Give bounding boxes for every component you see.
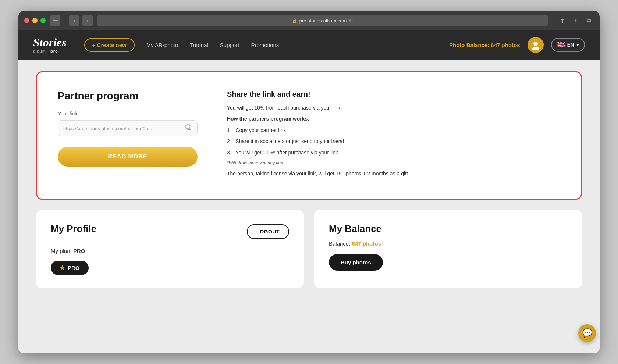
- gift-note: The person, taking license via your link…: [227, 169, 560, 178]
- how-it-works-label: How the partners program works:: [227, 115, 560, 123]
- balance-card-title: My Balance: [329, 223, 567, 235]
- partner-link-value: https://pro.stories-album.com/partner/0a…: [63, 126, 182, 131]
- browser-chrome: ‹ › 🔒 pro.stories-album.com ↻ ⬆ ＋ ⧉: [18, 11, 600, 30]
- user-avatar[interactable]: [528, 37, 544, 53]
- svg-rect-1: [53, 20, 58, 21]
- create-new-button[interactable]: + Create new: [84, 38, 135, 52]
- svg-point-3: [533, 42, 538, 46]
- address-bar[interactable]: 🔒 pro.stories-album.com ↻: [97, 15, 548, 26]
- bottom-cards: My Profile LOGOUT My plan: PRO ★ PRO My …: [36, 210, 582, 288]
- partner-link-input[interactable]: https://pro.stories-album.com/partner/0a…: [58, 120, 198, 136]
- nav-promotions[interactable]: Promotions: [251, 42, 279, 48]
- main-content: Partner program Your link https://pro.st…: [18, 60, 600, 353]
- site-logo[interactable]: Stories album | pro: [33, 36, 67, 53]
- plan-text: My plan: PRO: [51, 248, 289, 254]
- balance-text: Balance: 647 photos: [329, 240, 567, 247]
- logo-sub-text: album | pro: [33, 49, 67, 53]
- nav-right: Photo Balance: 647 photos 🇬🇧 EN ▾: [449, 37, 585, 53]
- forward-button[interactable]: ›: [82, 15, 93, 26]
- traffic-lights: [24, 18, 46, 23]
- nav-tutorial[interactable]: Tutorial: [190, 42, 208, 48]
- svg-rect-2: [53, 22, 58, 22]
- read-more-button[interactable]: READ MORE: [58, 147, 198, 167]
- svg-rect-0: [53, 19, 58, 19]
- partner-left-section: Partner program Your link https://pro.st…: [58, 90, 198, 181]
- profile-card-title: My Profile: [51, 223, 96, 235]
- copy-icon[interactable]: [185, 124, 192, 132]
- profile-card-header: My Profile LOGOUT: [51, 223, 289, 240]
- main-navbar: Stories album | pro + Create new My AR-p…: [18, 30, 600, 60]
- browser-actions: ⬆ ＋ ⧉: [557, 15, 594, 26]
- nav-support[interactable]: Support: [220, 42, 239, 48]
- lang-label: EN: [567, 42, 574, 48]
- svg-rect-6: [186, 125, 190, 129]
- partner-program-card: Partner program Your link https://pro.st…: [36, 71, 582, 200]
- earn-intro: You will get 10% from each purchase via …: [227, 104, 560, 112]
- balance-amount: 647 photos: [352, 240, 381, 247]
- browser-window: ‹ › 🔒 pro.stories-album.com ↻ ⬆ ＋ ⧉ Stor…: [18, 11, 600, 353]
- language-selector[interactable]: 🇬🇧 EN ▾: [551, 38, 585, 52]
- chat-bubble[interactable]: 💬: [578, 324, 596, 342]
- step-3: 3 – You will get 10%* after purchase via…: [227, 149, 560, 157]
- photo-balance: Photo Balance: 647 photos: [449, 42, 520, 48]
- pro-badge: ★ PRO: [51, 261, 89, 275]
- browser-nav-controls: ‹ ›: [69, 15, 93, 26]
- nav-links: My AR-photo Tutorial Support Promotions: [146, 42, 437, 48]
- buy-photos-button[interactable]: Buy photos: [329, 254, 383, 271]
- step-1: 1 – Copy your partner link: [227, 126, 560, 134]
- star-icon: ★: [60, 264, 65, 271]
- photo-balance-prefix: Photo Balance:: [449, 42, 489, 48]
- url-text: pro.stories-album.com: [299, 18, 347, 24]
- balance-label: Balance:: [329, 240, 350, 247]
- back-button[interactable]: ‹: [69, 15, 79, 26]
- reload-icon[interactable]: ↻: [349, 18, 353, 24]
- logo-stories-text: Stories: [33, 36, 67, 48]
- share-button[interactable]: ⬆: [557, 15, 567, 26]
- new-tab-button[interactable]: ＋: [570, 15, 580, 26]
- logout-button[interactable]: LOGOUT: [247, 224, 289, 239]
- partner-right-section: Share the link and earn! You will get 10…: [227, 90, 560, 181]
- tabs-button[interactable]: ⧉: [583, 15, 594, 26]
- lock-icon: 🔒: [292, 18, 297, 23]
- sidebar-toggle-button[interactable]: [50, 15, 60, 26]
- partner-program-title: Partner program: [58, 90, 198, 102]
- your-link-label: Your link: [58, 111, 198, 117]
- profile-card: My Profile LOGOUT My plan: PRO ★ PRO: [36, 210, 304, 288]
- plan-value: PRO: [73, 248, 85, 254]
- nav-my-ar-photo[interactable]: My AR-photo: [146, 42, 178, 48]
- photo-balance-amount: 647 photos: [491, 42, 520, 48]
- step-2: 2 – Share it in social nets or just send…: [227, 137, 560, 145]
- svg-point-4: [532, 47, 539, 50]
- earn-title: Share the link and earn!: [227, 90, 560, 99]
- chevron-down-icon: ▾: [576, 42, 579, 48]
- plan-label: My plan:: [51, 248, 72, 254]
- chat-icon: 💬: [582, 328, 592, 338]
- pro-badge-label: PRO: [68, 265, 80, 271]
- balance-card: My Balance Balance: 647 photos Buy photo…: [314, 210, 582, 288]
- flag-icon: 🇬🇧: [557, 41, 565, 49]
- withdraw-note: *Withdraw money at any time: [227, 160, 560, 167]
- fullscreen-button[interactable]: [40, 18, 46, 23]
- close-button[interactable]: [24, 18, 29, 23]
- minimize-button[interactable]: [32, 18, 38, 23]
